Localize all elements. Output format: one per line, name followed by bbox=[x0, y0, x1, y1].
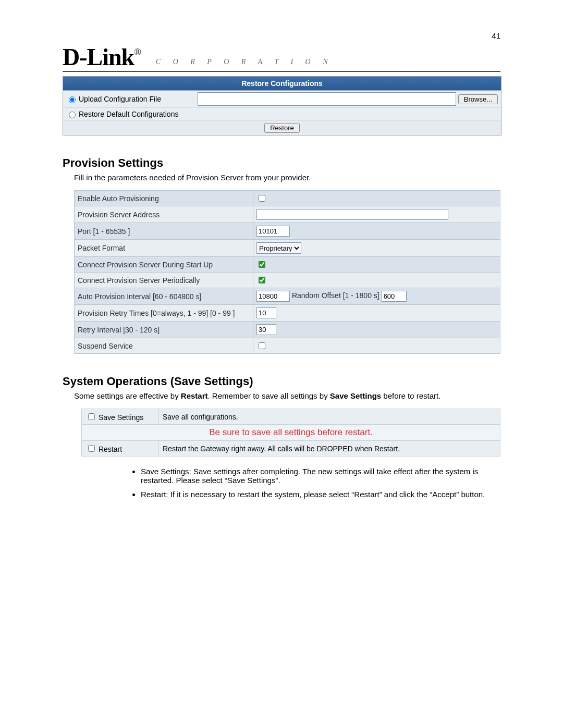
suspend-service-checkbox[interactable] bbox=[259, 342, 265, 349]
save-settings-desc: Save all configurations. bbox=[158, 409, 500, 425]
sysops-table: Save Settings Save all configurations. B… bbox=[81, 409, 500, 456]
random-offset-label: Random Offset [1 - 1800 s] bbox=[292, 291, 380, 300]
provision-heading: Provision Settings bbox=[63, 156, 500, 170]
upload-file-input[interactable] bbox=[198, 92, 456, 106]
port-label: Port [1 - 65535 ] bbox=[75, 223, 253, 240]
restart-label: Restart bbox=[99, 445, 122, 453]
sysops-desc-post: before to restart. bbox=[381, 391, 440, 400]
bullet-restart: Restart: If it is necessary to restart t… bbox=[141, 490, 495, 499]
port-input[interactable] bbox=[256, 226, 290, 237]
restore-button[interactable]: Restore bbox=[264, 123, 300, 133]
logo-registered-icon: ® bbox=[134, 47, 141, 58]
logo-subtitle: C O R P O R A T I O N bbox=[156, 58, 333, 66]
auto-interval-label: Auto Provision Interval [60 - 604800 s] bbox=[75, 288, 253, 305]
connect-startup-label: Connect Provision Server During Start Up bbox=[75, 257, 253, 273]
provision-desc: Fill in the parameters needed of Provisi… bbox=[74, 173, 500, 182]
sysops-desc-save: Save Settings bbox=[330, 391, 381, 400]
retry-interval-label: Retry Interval [30 - 120 s] bbox=[75, 322, 253, 338]
save-settings-label: Save Settings bbox=[99, 413, 143, 422]
save-settings-checkbox[interactable] bbox=[88, 413, 95, 420]
connect-periodic-checkbox[interactable] bbox=[259, 277, 265, 283]
sysops-warning: Be sure to save all settings before rest… bbox=[82, 425, 500, 441]
server-address-input[interactable] bbox=[256, 209, 448, 220]
sysops-desc-pre: Some settings are effective by bbox=[74, 391, 181, 400]
restore-panel-header: Restore Configurations bbox=[63, 77, 501, 91]
sysops-heading: System Operations (Save Settings) bbox=[63, 375, 500, 388]
logo-header: D-Link® C O R P O R A T I O N bbox=[63, 45, 500, 72]
auto-interval-input[interactable] bbox=[256, 291, 290, 302]
restore-configurations-panel: Restore Configurations Upload Configurat… bbox=[63, 76, 501, 135]
connect-periodic-label: Connect Provision Server Periodically bbox=[75, 273, 253, 288]
packet-format-label: Packet Format bbox=[75, 240, 253, 257]
sysops-desc-restart: Restart bbox=[181, 391, 208, 400]
retry-times-input[interactable] bbox=[256, 307, 276, 318]
retry-times-label: Provision Retry Times [0=always, 1 - 99]… bbox=[75, 305, 253, 322]
restart-desc: Restart the Gateway right away. All call… bbox=[158, 441, 500, 456]
restore-default-radio[interactable] bbox=[69, 112, 76, 118]
enable-auto-checkbox[interactable] bbox=[259, 195, 265, 202]
page-number: 41 bbox=[63, 31, 500, 40]
restore-default-label: Restore Default Configurations bbox=[79, 110, 178, 118]
random-offset-input[interactable] bbox=[382, 291, 407, 302]
browse-button[interactable]: Browse... bbox=[458, 94, 498, 104]
restart-checkbox[interactable] bbox=[88, 445, 95, 452]
connect-startup-checkbox[interactable] bbox=[259, 261, 265, 268]
provision-table: Enable Auto Provisioning Provision Serve… bbox=[74, 190, 500, 354]
bullet-save-settings: Save Settings: Save settings after compl… bbox=[141, 467, 495, 485]
sysops-desc: Some settings are effective by Restart. … bbox=[74, 391, 500, 400]
upload-config-label: Upload Configuration File bbox=[79, 95, 161, 103]
suspend-service-label: Suspend Service bbox=[75, 338, 253, 354]
sysops-desc-mid: . Remember to save all settings by bbox=[208, 391, 330, 400]
enable-auto-label: Enable Auto Provisioning bbox=[75, 191, 253, 206]
retry-interval-input[interactable] bbox=[256, 324, 276, 335]
logo-brand: D-Link bbox=[63, 45, 134, 69]
sysops-bullets: Save Settings: Save settings after compl… bbox=[120, 467, 500, 499]
server-address-label: Provision Server Address bbox=[75, 206, 253, 223]
packet-format-select[interactable]: Proprietary bbox=[256, 242, 301, 254]
upload-config-radio[interactable] bbox=[69, 96, 76, 103]
